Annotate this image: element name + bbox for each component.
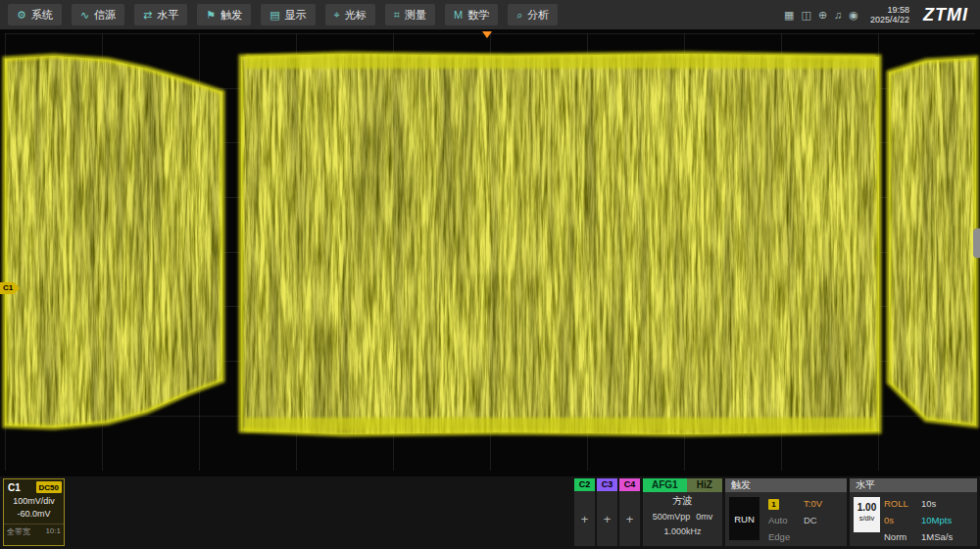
- menu-system-label: 系统: [31, 8, 53, 23]
- c1-label: C1: [6, 482, 21, 493]
- horizontal-title: 水平: [850, 478, 977, 492]
- run-state-box[interactable]: RUN: [729, 497, 760, 540]
- c1-offset: -60.0mV: [4, 508, 64, 521]
- c1-coupling-badge: DC50: [36, 481, 62, 493]
- menu-math-label: 数学: [467, 8, 489, 23]
- top-menu-bar: ⚙ 系统 ∿ 信源 ⇄ 水平 ⚑ 触发 ▤ 显示 ⌖ 光标 ⌗ 测量 M 数学 …: [0, 0, 980, 29]
- scope-display-area: C1: [0, 29, 980, 476]
- magnifier-icon: ⌕: [516, 10, 522, 21]
- menu-horizontal[interactable]: ⇄ 水平: [134, 4, 187, 25]
- math-icon: M: [454, 10, 463, 21]
- menu-analyze[interactable]: ⌕ 分析: [508, 4, 558, 25]
- afg-offset: 0mv: [696, 512, 712, 522]
- waveform-trace-c1: [0, 29, 980, 476]
- time-text: 19:58: [870, 5, 909, 16]
- c2-label: C2: [574, 478, 595, 491]
- trigger-level: T:0V: [804, 498, 845, 509]
- camera-icon[interactable]: ◉: [849, 10, 858, 21]
- bottom-status-bar: C1 DC50 100mV/div -60.0mV 全带宽 10:1 C2 + …: [0, 476, 980, 549]
- channel-c2-box[interactable]: C2 +: [574, 478, 595, 546]
- menu-display[interactable]: ▤ 显示: [261, 4, 315, 25]
- c1-bandwidth: 全带宽: [7, 526, 30, 537]
- measure-icon: ⌗: [394, 10, 400, 21]
- afg-impedance-badge: HiZ: [687, 478, 722, 492]
- menu-trigger-label: 触发: [220, 8, 242, 23]
- menu-measure[interactable]: ⌗ 测量: [385, 4, 435, 25]
- sample-rate: 1MSa/s: [921, 531, 977, 542]
- trigger-sweep-mode: Auto: [768, 515, 804, 525]
- trigger-position-marker[interactable]: [482, 31, 492, 38]
- menu-cursor-label: 光标: [345, 8, 367, 23]
- trigger-box[interactable]: 触发 RUN 1 T:0V Auto DC Edge: [725, 478, 847, 546]
- channel-c3-box[interactable]: C3 +: [597, 478, 617, 546]
- menu-source-label: 信源: [94, 8, 116, 23]
- sd-card-icon[interactable]: ◫: [801, 10, 810, 21]
- horizontal-icon: ⇄: [143, 10, 152, 21]
- channel-group: C2 + C3 + C4 +: [574, 478, 640, 546]
- timebase-unit: s/div: [854, 514, 880, 524]
- trigger-title: 触发: [725, 478, 847, 492]
- horizontal-delay: 0s: [884, 515, 921, 525]
- menu-source[interactable]: ∿ 信源: [72, 4, 124, 25]
- trigger-type: Edge: [768, 531, 804, 542]
- c2-add-button[interactable]: +: [581, 491, 589, 546]
- afg-amplitude: 500mVpp: [653, 512, 691, 522]
- cursor-icon: ⌖: [334, 10, 340, 21]
- menu-cursor[interactable]: ⌖ 光标: [325, 4, 375, 25]
- menu-system[interactable]: ⚙ 系统: [8, 4, 62, 25]
- clock: 19:58 2025/4/22: [870, 5, 909, 25]
- source-icon: ∿: [80, 10, 89, 21]
- acq-mode-roll: ROLL: [884, 498, 921, 509]
- horizontal-box[interactable]: 水平 1.00 s/div ROLL 10s 0s 10Mpts Norm 1M…: [850, 478, 977, 546]
- channel-c4-box[interactable]: C4 +: [619, 478, 640, 546]
- afg-label: AFG1: [643, 478, 687, 492]
- network-icon[interactable]: ⊕: [818, 10, 827, 21]
- memory-depth: 10Mpts: [921, 515, 977, 525]
- channel-c1-box[interactable]: C1 DC50 100mV/div -60.0mV 全带宽 10:1: [3, 478, 65, 546]
- image-icon[interactable]: ▦: [784, 10, 794, 21]
- menu-analyze-label: 分析: [527, 8, 549, 23]
- gear-icon: ⚙: [17, 10, 26, 21]
- time-window: 10s: [921, 498, 977, 509]
- c4-label: C4: [619, 478, 640, 491]
- menu-math[interactable]: M 数学: [445, 4, 498, 25]
- speaker-icon[interactable]: ♫: [834, 10, 842, 21]
- menu-trigger[interactable]: ⚑ 触发: [197, 4, 251, 25]
- c1-scale: 100mV/div: [4, 495, 64, 508]
- afg-box[interactable]: AFG1 HiZ 方波 500mVpp0mv 1.000kHz: [643, 478, 722, 546]
- menu-measure-label: 测量: [405, 8, 426, 23]
- brand-logo: ZTMI: [923, 5, 968, 25]
- trigger-coupling: DC: [804, 515, 845, 525]
- display-icon: ▤: [270, 10, 279, 21]
- side-scroll-handle[interactable]: [973, 228, 980, 258]
- afg-frequency: 1.000kHz: [643, 524, 722, 539]
- c4-add-button[interactable]: +: [626, 491, 634, 546]
- trigger-source-badge: 1: [768, 499, 779, 510]
- date-text: 2025/4/22: [870, 15, 909, 25]
- timebase-scale-box[interactable]: 1.00 s/div: [854, 497, 880, 532]
- trigger-flag-icon: ⚑: [206, 10, 216, 21]
- c1-probe-ratio: 10:1: [45, 526, 61, 537]
- timebase-value: 1.00: [854, 497, 880, 514]
- status-icon-group: ▦ ◫ ⊕ ♫ ◉: [784, 10, 858, 21]
- afg-waveform: 方波: [643, 492, 722, 510]
- menu-horizontal-label: 水平: [157, 8, 178, 23]
- c3-label: C3: [597, 478, 617, 491]
- menu-display-label: 显示: [285, 8, 307, 23]
- c3-add-button[interactable]: +: [604, 491, 612, 546]
- acquisition-mode: Norm: [884, 531, 921, 542]
